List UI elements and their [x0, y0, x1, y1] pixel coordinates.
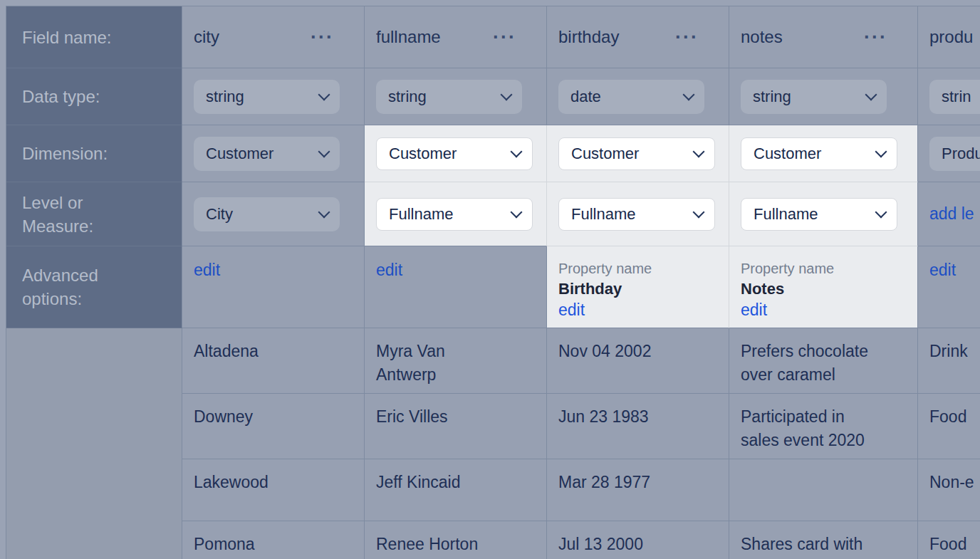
- data-type-cell-birthday: date: [547, 68, 729, 125]
- add-level-link[interactable]: add le: [929, 203, 974, 225]
- field-name-label: birthday: [558, 27, 619, 47]
- table-cell: Jeff Kincaid: [365, 459, 547, 521]
- advanced-cell-birthday: Property name Birthday edit: [547, 246, 729, 328]
- column-header-notes: notes ···: [729, 6, 918, 68]
- dimension-select[interactable]: Produ: [929, 137, 980, 171]
- field-name-label: fullname: [376, 27, 441, 47]
- column-menu-button[interactable]: ···: [675, 33, 699, 41]
- dimension-cell-city: Customer: [182, 125, 365, 182]
- table-cell: Renee Horton: [365, 521, 547, 559]
- table-cell: Myra Van Antwerp: [365, 328, 547, 394]
- chevron-down-icon: [318, 88, 330, 100]
- table-cell: Prefers chocolate over caramel: [729, 328, 918, 394]
- chevron-down-icon: [683, 88, 695, 100]
- edit-link[interactable]: edit: [558, 299, 585, 321]
- level-cell-birthday: Fullname: [547, 182, 729, 246]
- column-header-birthday: birthday ···: [547, 6, 729, 68]
- row-label-field-name: Field name:: [6, 6, 182, 68]
- level-select[interactable]: Fullname: [558, 198, 715, 231]
- data-type-select[interactable]: string: [376, 80, 522, 114]
- table-cell: Food: [918, 394, 980, 459]
- field-mapping-table: Field name: city ··· fullname ··· birthd…: [6, 6, 980, 559]
- data-type-select[interactable]: string: [741, 80, 887, 114]
- table-cell: Jun 23 1983: [547, 394, 729, 459]
- column-header-city: city ···: [182, 6, 365, 68]
- column-menu-button[interactable]: ···: [493, 33, 516, 41]
- edit-link[interactable]: edit: [741, 299, 767, 321]
- level-cell-notes: Fullname: [729, 182, 918, 246]
- table-cell: Drink: [918, 328, 980, 394]
- edit-link[interactable]: edit: [194, 259, 220, 281]
- table-cell: Shares card with family: [729, 521, 918, 559]
- left-panel: [6, 328, 182, 559]
- data-type-cell-city: string: [182, 68, 365, 125]
- data-type-cell-fullname: string: [365, 68, 547, 125]
- edit-link[interactable]: edit: [929, 259, 956, 281]
- chevron-down-icon: [511, 145, 523, 157]
- level-select[interactable]: City: [194, 197, 340, 231]
- advanced-cell-fullname: edit: [365, 246, 547, 328]
- table-cell: Altadena: [182, 328, 365, 394]
- chevron-down-icon: [511, 206, 523, 218]
- table-cell: Jul 13 2000: [547, 521, 729, 559]
- chevron-down-icon: [318, 206, 330, 218]
- level-select[interactable]: Fullname: [376, 198, 533, 231]
- dimension-cell-birthday: Customer: [547, 125, 729, 182]
- advanced-cell-city: edit: [182, 246, 365, 328]
- table-cell: Eric Villes: [365, 394, 547, 459]
- chevron-down-icon: [875, 145, 887, 157]
- level-cell-product: add le: [918, 182, 980, 246]
- property-name-label: Property name: [741, 259, 906, 278]
- chevron-down-icon: [875, 206, 887, 218]
- level-cell-fullname: Fullname: [365, 182, 547, 246]
- data-type-select[interactable]: date: [558, 80, 704, 114]
- row-label-data-type: Data type:: [6, 68, 182, 125]
- chevron-down-icon: [693, 145, 705, 157]
- field-name-label: city: [194, 27, 219, 47]
- column-header-fullname: fullname ···: [365, 6, 547, 68]
- data-type-cell-product: strin: [918, 68, 980, 125]
- data-type-cell-notes: string: [729, 68, 918, 125]
- chevron-down-icon: [693, 206, 705, 218]
- column-menu-button[interactable]: ···: [311, 33, 334, 41]
- property-name-label: Property name: [558, 259, 717, 278]
- field-name-label: produ: [929, 27, 973, 47]
- level-cell-city: City: [182, 182, 365, 246]
- dimension-select[interactable]: Customer: [741, 137, 897, 170]
- row-label-dimension: Dimension:: [6, 125, 182, 182]
- table-cell: [729, 459, 918, 521]
- dimension-select[interactable]: Customer: [194, 137, 340, 171]
- chevron-down-icon: [501, 88, 513, 100]
- advanced-cell-notes: Property name Notes edit: [729, 246, 918, 328]
- table-cell: Mar 28 1977: [547, 459, 729, 521]
- row-label-level-or-measure: Level or Measure:: [6, 182, 182, 246]
- dimension-select[interactable]: Customer: [558, 137, 715, 170]
- table-cell: Nov 04 2002: [547, 328, 729, 394]
- level-select[interactable]: Fullname: [741, 198, 897, 231]
- property-name-value: Birthday: [558, 278, 717, 299]
- table-cell: Lakewood: [182, 459, 365, 521]
- data-type-select[interactable]: string: [194, 80, 340, 114]
- dimension-cell-product: Produ: [918, 125, 980, 182]
- dimension-select[interactable]: Customer: [376, 137, 533, 170]
- column-header-product: produ ···: [918, 6, 980, 68]
- column-menu-button[interactable]: ···: [864, 33, 887, 41]
- chevron-down-icon: [865, 88, 877, 100]
- table-cell: Participated in sales event 2020: [729, 394, 918, 459]
- field-name-label: notes: [741, 27, 783, 47]
- table-cell: Non-e: [918, 459, 980, 521]
- data-type-select[interactable]: strin: [929, 80, 980, 114]
- property-name-value: Notes: [741, 278, 906, 299]
- dimension-cell-notes: Customer: [729, 125, 918, 182]
- row-label-advanced-options: Advanced options:: [6, 246, 182, 328]
- edit-link[interactable]: edit: [376, 259, 402, 281]
- advanced-cell-product: edit: [918, 246, 980, 328]
- dimension-cell-fullname: Customer: [365, 125, 547, 182]
- chevron-down-icon: [318, 145, 330, 157]
- table-cell: Pomona: [182, 521, 365, 559]
- table-cell: Food: [918, 521, 980, 559]
- table-cell: Downey: [182, 394, 365, 459]
